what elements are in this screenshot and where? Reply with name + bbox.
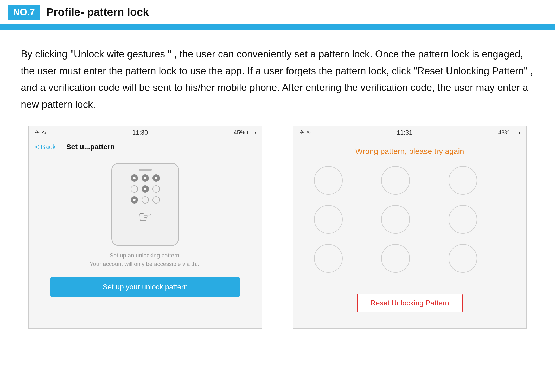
pattern-circle-3 [449, 166, 477, 195]
hand-gesture-icon: ☞ [138, 208, 152, 226]
pattern-circle-5 [381, 205, 410, 234]
reset-button-wrapper: Reset Unlocking Pattern [304, 294, 516, 312]
screen1-status-left: ✈ ∿ [35, 129, 46, 136]
pattern-circle-9 [449, 244, 477, 273]
screen2-status-right: 43% [498, 129, 520, 136]
dot-6 [152, 185, 160, 193]
screen1-time: 11:30 [132, 129, 148, 136]
airplane-icon-2: ✈ [299, 129, 304, 136]
screen2-status-left: ✈ ∿ [299, 129, 311, 136]
screens-container: ✈ ∿ 11:30 45% < Back Set u...pattern [0, 126, 555, 344]
dot-4 [131, 185, 138, 193]
screen1-desc: Set up an unlocking pattern. Your accoun… [85, 251, 206, 268]
description-text: By clicking "Unlock wite gestures " , th… [0, 30, 555, 126]
no-badge: NO.7 [8, 5, 40, 20]
screen1-desc-line2: Your account will only be accessible via… [90, 260, 201, 268]
screen1-back-button[interactable]: < Back [35, 143, 56, 151]
page-header: NO.7 Profile- pattern lock [0, 0, 555, 25]
screen2-mockup: ✈ ∿ 11:31 43% Wrong pattern, please try … [293, 126, 527, 329]
screen1-battery-icon [247, 131, 256, 134]
screen1-desc-line1: Set up an unlocking pattern. [90, 251, 201, 260]
screen2-battery-percent: 43% [498, 129, 510, 136]
dot-3 [152, 174, 160, 182]
airplane-icon: ✈ [35, 129, 40, 136]
pattern-circle-7 [314, 244, 343, 273]
dot-2 [142, 174, 149, 182]
dot-7 [131, 196, 138, 204]
wifi-icon-2: ∿ [306, 129, 311, 136]
screen1-nav-title: Set u...pattern [66, 143, 115, 151]
pattern-circle-6 [449, 205, 477, 234]
wifi-icon: ∿ [42, 129, 46, 136]
pattern-circle-2 [381, 166, 410, 195]
blue-divider [0, 25, 555, 30]
screen1-status-right: 45% [234, 129, 256, 136]
phone-speaker [139, 169, 152, 171]
screen2-time: 11:31 [397, 129, 412, 136]
screen1-nav-bar: < Back Set u...pattern [29, 139, 262, 155]
pattern-circle-8 [381, 244, 410, 273]
phone-dots-grid [131, 174, 160, 204]
dot-9 [152, 196, 160, 204]
dot-1 [131, 174, 138, 182]
phone-illustration: ☞ [111, 163, 179, 246]
pattern-circle-4 [314, 205, 343, 234]
dot-5 [142, 185, 149, 193]
screen2-battery-icon [512, 131, 520, 134]
wrong-pattern-message: Wrong pattern, please try again [355, 147, 464, 156]
screen2-content: Wrong pattern, please try again Reset Un… [293, 139, 526, 328]
screen2-status-bar: ✈ ∿ 11:31 43% [293, 126, 526, 139]
dot-8 [142, 196, 149, 204]
reset-unlocking-pattern-button[interactable]: Reset Unlocking Pattern [357, 294, 463, 312]
screen1-content: ☞ Set up an unlocking pattern. Your acco… [29, 155, 262, 328]
screen1-status-bar: ✈ ∿ 11:30 45% [29, 126, 262, 139]
screen1-battery-percent: 45% [234, 129, 245, 136]
pattern-circle-1 [314, 166, 343, 195]
screen1-mockup: ✈ ∿ 11:30 45% < Back Set u...pattern [28, 126, 262, 329]
unlock-pattern-button[interactable]: Set up your unlock pattern [50, 277, 240, 297]
pattern-circles-grid [304, 166, 516, 273]
page-title: Profile- pattern lock [46, 6, 149, 18]
